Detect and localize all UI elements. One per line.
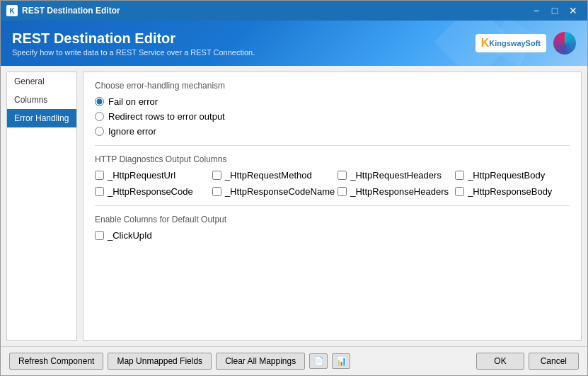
export-icon: 📊 (336, 356, 347, 366)
checkbox-http-request-headers-label: _HttpRequestHeaders (350, 170, 442, 181)
http-diagnostics-title: HTTP Diagnostics Output Columns (95, 154, 570, 164)
close-button[interactable]: ✕ (565, 4, 582, 18)
main-window: K REST Destination Editor − □ ✕ REST Des… (0, 0, 588, 376)
checkbox-http-request-method-label: _HttpRequestMethod (225, 170, 312, 181)
refresh-component-button[interactable]: Refresh Component (9, 353, 103, 370)
checkbox-http-response-code-name-label: _HttpResponseCodeName (225, 186, 335, 197)
cancel-button[interactable]: Cancel (529, 353, 579, 370)
import-icon: 📄 (313, 356, 324, 366)
content-area: Choose error-handling mechanism Fail on … (83, 72, 582, 341)
kingsway-logo: K KingswaySoft (475, 34, 546, 52)
header-title: REST Destination Editor (12, 30, 255, 47)
divider-1 (95, 145, 570, 146)
checkbox-http-request-method[interactable]: _HttpRequestMethod (212, 170, 335, 181)
checkbox-http-request-body[interactable]: _HttpRequestBody (455, 170, 570, 181)
checkbox-http-response-headers[interactable]: _HttpResponseHeaders (338, 186, 452, 197)
ok-button[interactable]: OK (476, 353, 524, 370)
checkbox-http-response-code-label: _HttpResponseCode (108, 186, 193, 197)
header-banner: REST Destination Editor Specify how to w… (1, 21, 587, 66)
radio-ignore-label: Ignore error (108, 126, 156, 137)
radio-ignore[interactable]: Ignore error (95, 126, 570, 137)
radio-redirect-label: Redirect rows to error output (108, 111, 225, 122)
checkbox-http-request-url-label: _HttpRequestUrl (108, 170, 175, 181)
checkbox-http-request-url[interactable]: _HttpRequestUrl (95, 170, 209, 181)
title-bar: K REST Destination Editor − □ ✕ (1, 1, 587, 21)
sidebar-item-error-handling[interactable]: Error Handling (7, 109, 76, 127)
title-bar-text: REST Destination Editor (22, 6, 120, 16)
radio-fail-on-error[interactable]: Fail on error (95, 96, 570, 107)
http-diagnostics-grid: _HttpRequestUrl _HttpRequestMethod _Http… (95, 170, 570, 197)
checkbox-http-response-body[interactable]: _HttpResponseBody (455, 186, 570, 197)
checkbox-http-response-headers-label: _HttpResponseHeaders (350, 186, 449, 197)
window-controls: − □ ✕ (528, 4, 582, 18)
checkbox-http-request-headers[interactable]: _HttpRequestHeaders (338, 170, 452, 181)
brand-name: KingswaySoft (489, 39, 541, 47)
default-output-title: Enable Columns for Default Output (95, 215, 570, 224)
http-diagnostics-section: HTTP Diagnostics Output Columns _HttpReq… (95, 154, 570, 197)
checkbox-http-response-body-label: _HttpResponseBody (468, 186, 552, 197)
sidebar-item-columns[interactable]: Columns (7, 91, 76, 109)
sidebar: General Columns Error Handling (6, 72, 77, 341)
default-output-section: Enable Columns for Default Output _Click… (95, 215, 570, 241)
divider-2 (95, 205, 570, 206)
header-subtitle: Specify how to write data to a REST Serv… (12, 48, 255, 57)
icon-button-2[interactable]: 📊 (332, 353, 350, 369)
minimize-button[interactable]: − (528, 4, 545, 18)
clear-all-mappings-button[interactable]: Clear All Mappings (216, 353, 305, 370)
error-handling-section: Choose error-handling mechanism Fail on … (95, 81, 570, 137)
main-content: General Columns Error Handling Choose er… (1, 66, 587, 346)
radio-redirect[interactable]: Redirect rows to error output (95, 111, 570, 122)
checkbox-http-response-code-name[interactable]: _HttpResponseCodeName (212, 186, 335, 197)
swirl-icon (553, 32, 576, 55)
error-handling-radios: Fail on error Redirect rows to error out… (95, 96, 570, 137)
icon-button-1[interactable]: 📄 (309, 353, 328, 369)
checkbox-http-response-code[interactable]: _HttpResponseCode (95, 186, 209, 197)
map-unmapped-fields-button[interactable]: Map Unmapped Fields (108, 353, 212, 370)
error-handling-title: Choose error-handling mechanism (95, 81, 570, 91)
maximize-button[interactable]: □ (546, 4, 563, 18)
sidebar-item-general[interactable]: General (7, 72, 76, 91)
app-icon: K (6, 5, 18, 16)
footer: Refresh Component Map Unmapped Fields Cl… (1, 346, 587, 375)
checkbox-clickup-id[interactable]: _ClickUpId (95, 230, 570, 241)
checkbox-clickup-id-label: _ClickUpId (108, 230, 152, 241)
checkbox-http-request-body-label: _HttpRequestBody (468, 170, 545, 181)
radio-fail-label: Fail on error (108, 96, 158, 107)
